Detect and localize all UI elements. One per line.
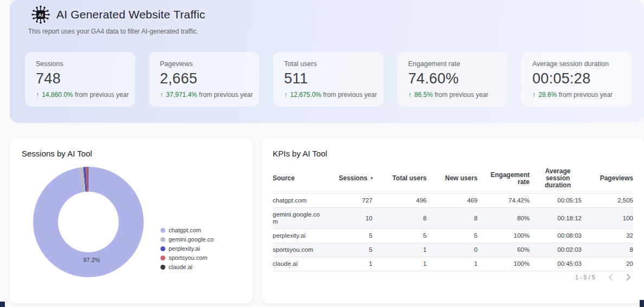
scorecard-delta: ↑ 37,971.4% from previous year [160, 91, 248, 99]
delta-suffix: from previous year [435, 91, 488, 99]
scorecard-value: 511 [284, 70, 372, 87]
donut-chart[interactable]: 97.2% [33, 167, 144, 277]
cell-sessions: 5 [334, 243, 372, 257]
delta-suffix: from previous year [323, 91, 377, 99]
cell-new-users: 0 [427, 243, 478, 257]
legend-color-dot [160, 256, 165, 260]
scorecard-delta: ↑ 86.5% from previous year [408, 91, 497, 99]
column-header-engagement-rate[interactable]: Engagement rate [478, 164, 530, 194]
screen-corner-artifact [640, 300, 644, 307]
cell-total-users: 5 [372, 229, 427, 243]
legend-color-dot [160, 265, 165, 270]
legend-label: chatgpt.com [169, 227, 201, 233]
slice-percentage-label: 97.2% [83, 257, 100, 263]
delta-suffix: from previous year [199, 91, 253, 99]
cell-sessions: 1 [334, 257, 372, 271]
scorecard-value: 00:05:28 [532, 70, 621, 87]
legend-label: sportsyou.com [169, 254, 208, 261]
scorecard-sessions: Sessions 748 ↑ 14,860.0% from previous y… [25, 52, 135, 107]
legend-color-dot [160, 228, 165, 233]
cell-engagement-rate: 100% [478, 229, 530, 243]
table-title: KPIs by AI Tool [262, 138, 644, 158]
cell-pageviews: 32 [582, 229, 633, 243]
up-arrow-icon: ↑ [532, 91, 536, 99]
cell-sessions: 727 [334, 194, 372, 208]
previous-page-button[interactable] [606, 272, 616, 282]
cell-new-users: 5 [427, 229, 478, 243]
title-row: AI AI Generated Website Traffic [10, 0, 644, 25]
svg-text:AI: AI [38, 12, 43, 18]
legend-item[interactable]: gemini.google.co [160, 236, 214, 243]
column-header-source[interactable]: Source [273, 164, 334, 194]
scorecard-total-users: Total users 511 ↑ 12,675.0% from previou… [273, 52, 383, 107]
scorecard-value: 74.60% [408, 70, 497, 87]
table-row-sportsyou[interactable]: sportsyou.com 5 1 0 60% 00:02:03 8 [273, 243, 633, 257]
column-header-pageviews[interactable]: Pageviews [582, 164, 633, 194]
scorecard-avg-session-duration: Average session duration 00:05:28 ↑ 28.6… [521, 52, 632, 107]
scorecard-value: 748 [36, 70, 124, 87]
cell-source: claude.ai [273, 257, 334, 271]
cell-new-users: 1 [427, 257, 478, 271]
up-arrow-icon: ↑ [36, 91, 39, 99]
cell-source: gemini.google.com [273, 208, 334, 229]
kpi-table: Source Sessions▼ Total users New users E… [273, 164, 633, 271]
cell-total-users: 496 [372, 194, 427, 208]
table-row-claude[interactable]: claude.ai 1 1 1 100% 00:45:03 20 [273, 257, 633, 271]
delta-suffix: from previous year [559, 91, 613, 99]
table-row-perplexity[interactable]: perplexity.ai 5 5 5 100% 00:08:03 32 [273, 229, 633, 243]
delta-percent: 28.6% [538, 91, 557, 99]
up-arrow-icon: ↑ [284, 91, 287, 99]
report-header: AI AI Generated Website Traffic This rep… [10, 0, 644, 123]
legend-label: perplexity.ai [169, 245, 200, 252]
cell-total-users: 1 [372, 243, 427, 257]
table-header-row: Source Sessions▼ Total users New users E… [273, 164, 633, 194]
screen-corner-artifact [0, 302, 5, 307]
column-header-new-users[interactable]: New users [427, 164, 478, 194]
scorecard-engagement-rate: Engagement rate 74.60% ↑ 86.5% from prev… [397, 52, 507, 107]
table-pagination: 1 - 5 / 5 [575, 272, 633, 282]
cell-avg-session-duration: 00:05:15 [530, 194, 582, 208]
cell-pageviews: 100 [582, 208, 633, 229]
cell-engagement-rate: 100% [478, 257, 530, 271]
scorecard-label: Sessions [36, 60, 124, 68]
column-header-total-users[interactable]: Total users [372, 164, 427, 194]
report-subtitle: This report uses your GA4 data to filter… [28, 28, 644, 35]
next-page-button[interactable] [623, 272, 633, 282]
sort-descending-icon: ▼ [370, 176, 374, 181]
cell-total-users: 1 [372, 257, 427, 271]
chart-title: Sessions by AI Tool [10, 138, 253, 158]
legend-item[interactable]: perplexity.ai [160, 245, 214, 252]
legend-label: gemini.google.co [169, 236, 214, 243]
cell-avg-session-duration: 00:18:12 [530, 208, 582, 229]
cell-pageviews: 2,505 [582, 194, 633, 208]
ai-chip-icon: AI [30, 4, 51, 25]
scorecard-delta: ↑ 28.6% from previous year [532, 91, 621, 99]
scorecard-pageviews: Pageviews 2,665 ↑ 37,971.4% from previou… [149, 52, 259, 107]
scorecard-delta: ↑ 14,860.0% from previous year [36, 91, 124, 99]
cell-sessions: 5 [334, 229, 372, 243]
column-header-avg-session-duration[interactable]: Average session duration [530, 164, 582, 194]
cell-pageviews: 20 [582, 257, 633, 271]
scorecard-label: Total users [284, 60, 372, 68]
legend-color-dot [160, 246, 165, 251]
table-row-chatgpt[interactable]: chatgpt.com 727 496 469 74.42% 00:05:15 … [273, 194, 633, 208]
cell-pageviews: 8 [582, 243, 633, 257]
scorecard-label: Engagement rate [408, 60, 497, 68]
cell-sessions: 10 [334, 208, 372, 229]
scorecard-value: 2,665 [160, 70, 248, 87]
delta-percent: 12,675.0% [290, 91, 321, 99]
legend-item[interactable]: sportsyou.com [160, 254, 214, 261]
cell-source: perplexity.ai [273, 229, 334, 243]
column-header-sessions[interactable]: Sessions▼ [334, 164, 372, 194]
legend-label: claude.ai [169, 264, 192, 270]
sessions-by-ai-tool-card: Sessions by AI Tool 97.2% chatgpt.com ge… [10, 138, 253, 303]
cell-avg-session-duration: 00:02:03 [530, 243, 582, 257]
cell-new-users: 8 [427, 208, 478, 229]
cell-avg-session-duration: 00:08:03 [530, 229, 582, 243]
table-row-gemini[interactable]: gemini.google.com 10 8 8 80% 00:18:12 10… [273, 208, 633, 229]
legend-item[interactable]: chatgpt.com [160, 227, 214, 233]
legend-item[interactable]: claude.ai [160, 264, 214, 270]
delta-percent: 14,860.0% [42, 91, 73, 99]
up-arrow-icon: ↑ [160, 91, 163, 99]
page-title: AI Generated Website Traffic [56, 8, 205, 21]
